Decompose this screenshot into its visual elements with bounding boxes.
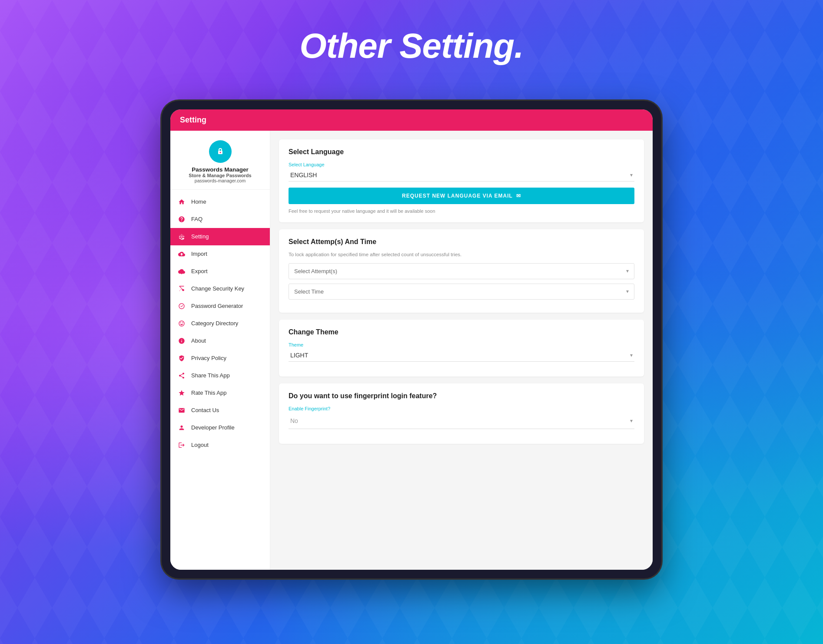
logout-icon xyxy=(177,441,186,449)
tablet-frame: Setting Passwords M xyxy=(162,101,661,578)
app-url: passwords-manager.com xyxy=(195,178,246,183)
sidebar-item-rate[interactable]: Rate This App xyxy=(170,384,270,402)
import-icon xyxy=(177,250,186,258)
attempts-select[interactable]: Select Attempt(s) ▾ xyxy=(289,263,634,279)
nav-developer-label: Developer Profile xyxy=(191,424,235,431)
time-chevron-icon: ▾ xyxy=(626,288,629,294)
sidebar-item-privacy-policy[interactable]: Privacy Policy xyxy=(170,350,270,367)
main-content: Select Language Select Language ENGLISH … xyxy=(270,131,653,570)
password-gen-icon xyxy=(177,302,186,310)
nav-privacy-label: Privacy Policy xyxy=(191,355,226,361)
sidebar-item-export[interactable]: Export xyxy=(170,263,270,280)
export-icon xyxy=(177,267,186,276)
nav-contact-label: Contact Us xyxy=(191,407,219,413)
sidebar-item-import[interactable]: Import xyxy=(170,245,270,263)
nav-faq-label: FAQ xyxy=(191,216,202,222)
attempts-card: Select Attemp(s) And Time To lock applic… xyxy=(279,229,644,313)
language-card: Select Language Select Language ENGLISH … xyxy=(279,139,644,222)
sidebar-item-setting[interactable]: Setting xyxy=(170,228,270,245)
setting-icon xyxy=(177,232,186,241)
sidebar-item-password-generator[interactable]: Password Generator xyxy=(170,297,270,315)
request-language-label: REQUEST NEW LANGUAGE VIA EMAIL xyxy=(402,193,513,199)
faq-icon xyxy=(177,215,186,224)
tablet-screen: Setting Passwords M xyxy=(170,109,653,570)
attempts-card-title: Select Attemp(s) And Time xyxy=(289,238,634,246)
app-name: Passwords Manager xyxy=(192,166,249,173)
theme-chevron-icon: ▾ xyxy=(630,352,633,358)
sidebar-nav: Home FAQ Setting xyxy=(170,190,270,570)
nav-import-label: Import xyxy=(191,251,207,257)
fingerprint-card-title: Do you want to use fingerprint login fea… xyxy=(289,392,634,400)
attempts-placeholder: Select Attempt(s) xyxy=(294,268,337,274)
sidebar-item-home[interactable]: Home xyxy=(170,193,270,211)
svg-point-2 xyxy=(219,152,221,153)
sidebar: Passwords Manager Store & Manage Passwor… xyxy=(170,131,270,570)
home-icon xyxy=(177,198,186,206)
nav-password-gen-label: Password Generator xyxy=(191,303,243,309)
time-select[interactable]: Select Time ▾ xyxy=(289,284,634,300)
sidebar-item-category-directory[interactable]: Category Directory xyxy=(170,315,270,332)
language-hint: Feel free to request your native languag… xyxy=(289,208,634,214)
security-key-icon xyxy=(177,284,186,293)
nav-share-label: Share This App xyxy=(191,372,230,379)
theme-value: LIGHT xyxy=(290,352,308,359)
email-icon: ✉ xyxy=(516,193,521,199)
developer-icon xyxy=(177,423,186,432)
nav-about-label: About xyxy=(191,337,206,344)
sidebar-logo-area: Passwords Manager Store & Manage Passwor… xyxy=(170,131,270,190)
app-header: Setting xyxy=(170,109,653,131)
attempts-subtitle: To lock application for specified time a… xyxy=(289,252,634,257)
language-field-label: Select Language xyxy=(289,162,634,167)
theme-field-label: Theme xyxy=(289,342,634,347)
rate-icon xyxy=(177,389,186,397)
header-label: Setting xyxy=(180,116,206,124)
language-select[interactable]: ENGLISH ▾ xyxy=(289,169,634,182)
sidebar-item-logout[interactable]: Logout xyxy=(170,436,270,454)
fingerprint-card: Do you want to use fingerprint login fea… xyxy=(279,383,644,444)
fingerprint-select[interactable]: No ▾ xyxy=(289,413,634,429)
theme-select[interactable]: LIGHT ▾ xyxy=(289,349,634,362)
fingerprint-value: No xyxy=(290,416,298,426)
privacy-icon xyxy=(177,354,186,363)
nav-logout-label: Logout xyxy=(191,442,209,448)
nav-rate-label: Rate This App xyxy=(191,390,226,396)
sidebar-item-share[interactable]: Share This App xyxy=(170,367,270,384)
fingerprint-chevron-icon: ▾ xyxy=(630,418,633,424)
language-value: ENGLISH xyxy=(290,172,317,178)
theme-card: Change Theme Theme LIGHT ▾ xyxy=(279,320,644,376)
app-body: Passwords Manager Store & Manage Passwor… xyxy=(170,131,653,570)
nav-category-label: Category Directory xyxy=(191,320,238,327)
nav-security-key-label: Change Security Key xyxy=(191,285,244,292)
time-placeholder: Select Time xyxy=(294,288,324,295)
page-title: Other Setting. xyxy=(300,26,524,66)
attempts-chevron-icon: ▾ xyxy=(626,268,629,274)
tablet-wrapper: Setting Passwords M xyxy=(162,101,661,578)
nav-setting-label: Setting xyxy=(191,233,209,240)
theme-field: Theme LIGHT ▾ xyxy=(289,342,634,362)
sidebar-item-faq[interactable]: FAQ xyxy=(170,211,270,228)
app-tagline: Store & Manage Passwords xyxy=(189,173,251,178)
sidebar-item-about[interactable]: About xyxy=(170,332,270,350)
fingerprint-field-label: Enable Fingerprint? xyxy=(289,406,634,411)
category-icon xyxy=(177,319,186,328)
language-field: Select Language ENGLISH ▾ xyxy=(289,162,634,182)
sidebar-item-developer[interactable]: Developer Profile xyxy=(170,419,270,436)
app-logo xyxy=(209,140,232,163)
nav-home-label: Home xyxy=(191,198,206,205)
language-chevron-icon: ▾ xyxy=(630,172,633,178)
sidebar-item-change-security-key[interactable]: Change Security Key xyxy=(170,280,270,297)
nav-export-label: Export xyxy=(191,268,208,274)
about-icon xyxy=(177,337,186,345)
theme-card-title: Change Theme xyxy=(289,328,634,336)
sidebar-item-contact[interactable]: Contact Us xyxy=(170,402,270,419)
share-icon xyxy=(177,371,186,380)
contact-icon xyxy=(177,406,186,415)
request-language-button[interactable]: REQUEST NEW LANGUAGE VIA EMAIL ✉ xyxy=(289,188,634,204)
fingerprint-field: Enable Fingerprint? No ▾ xyxy=(289,406,634,429)
language-card-title: Select Language xyxy=(289,148,634,156)
